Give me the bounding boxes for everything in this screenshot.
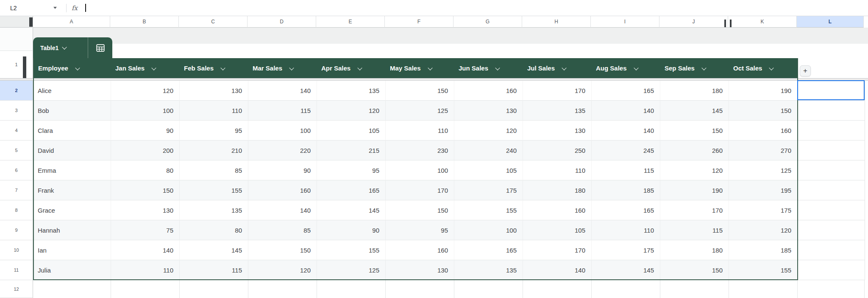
cell-mar-sales[interactable]: 220 [248, 141, 317, 160]
frozen-column-handle[interactable] [29, 17, 33, 27]
cell-aug-sales[interactable]: 165 [592, 200, 660, 220]
cell-L3[interactable] [798, 101, 865, 121]
cell-sep-sales[interactable]: 120 [660, 160, 729, 180]
row-header-5[interactable]: 5 [0, 141, 33, 160]
cell-mar-sales[interactable]: 85 [248, 220, 317, 240]
corner-box[interactable] [0, 16, 33, 28]
cell-jul-sales[interactable]: 140 [523, 260, 592, 280]
cell-L4[interactable] [798, 121, 865, 141]
cell-jun-sales[interactable]: 120 [454, 121, 523, 141]
cell-mar-sales[interactable]: 140 [248, 200, 317, 220]
cell-oct-sales[interactable]: 150 [729, 101, 798, 121]
cell-aug-sales[interactable]: 140 [592, 101, 660, 121]
cell-aug-sales[interactable]: 165 [592, 81, 660, 101]
cell-jan-sales[interactable]: 110 [111, 260, 180, 280]
cell-sep-sales[interactable]: 170 [660, 200, 729, 220]
cell-jul-sales[interactable]: 130 [523, 121, 592, 141]
table-column-header-sep-sales[interactable]: Sep Sales [660, 58, 729, 78]
cell-row12[interactable] [592, 280, 660, 298]
table-column-header-apr-sales[interactable]: Apr Sales [317, 58, 386, 78]
cell-row12[interactable] [523, 280, 592, 298]
cell-jun-sales[interactable]: 240 [454, 141, 523, 160]
cell-feb-sales[interactable]: 80 [180, 220, 248, 240]
cell-employee[interactable]: Hannah [33, 220, 111, 240]
table-column-header-may-sales[interactable]: May Sales [386, 58, 454, 78]
cell-mar-sales[interactable]: 115 [248, 101, 317, 121]
table-name-menu[interactable]: Table1 [33, 37, 88, 58]
table-column-header-oct-sales[interactable]: Oct Sales [729, 58, 798, 78]
table-options-button[interactable] [88, 37, 112, 58]
cell-jul-sales[interactable]: 170 [523, 81, 592, 101]
cell-feb-sales[interactable]: 95 [180, 121, 248, 141]
cell-aug-sales[interactable]: 175 [592, 240, 660, 260]
cell-oct-sales[interactable]: 175 [729, 200, 798, 220]
cell-L10[interactable] [798, 240, 865, 260]
cell-jun-sales[interactable]: 100 [454, 220, 523, 240]
chevron-down-icon[interactable] [769, 65, 774, 70]
cell-L7[interactable] [798, 180, 865, 200]
cell-row12[interactable] [386, 280, 454, 298]
cell-employee[interactable]: Emma [33, 160, 111, 180]
cell-may-sales[interactable]: 170 [386, 180, 454, 200]
cell-apr-sales[interactable]: 215 [317, 141, 386, 160]
chevron-down-icon[interactable] [75, 65, 80, 70]
cell-aug-sales[interactable]: 110 [592, 220, 660, 240]
cell-feb-sales[interactable]: 155 [180, 180, 248, 200]
cell-row12[interactable] [317, 280, 386, 298]
column-header-L[interactable]: L [797, 16, 864, 28]
cell-oct-sales[interactable]: 195 [729, 180, 798, 200]
row-header-4[interactable]: 4 [0, 121, 33, 141]
cell-jun-sales[interactable]: 135 [454, 260, 523, 280]
cell-jan-sales[interactable]: 80 [111, 160, 180, 180]
cell-jan-sales[interactable]: 100 [111, 101, 180, 121]
table-column-header-aug-sales[interactable]: Aug Sales [592, 58, 660, 78]
row-header-3[interactable]: 3 [0, 101, 33, 121]
cell-may-sales[interactable]: 150 [386, 81, 454, 101]
cell-row12[interactable] [729, 280, 798, 298]
row-header-12[interactable]: 12 [0, 280, 33, 298]
cell-aug-sales[interactable]: 115 [592, 160, 660, 180]
column-header-K[interactable]: K [728, 16, 797, 28]
cell-jan-sales[interactable]: 130 [111, 200, 180, 220]
chevron-down-icon[interactable] [495, 65, 500, 70]
table-column-header-jun-sales[interactable]: Jun Sales [454, 58, 523, 78]
frozen-row-handle[interactable] [23, 56, 26, 78]
cell-jun-sales[interactable]: 160 [454, 81, 523, 101]
cell-oct-sales[interactable]: 270 [729, 141, 798, 160]
column-header-I[interactable]: I [591, 16, 659, 28]
cell-may-sales[interactable]: 100 [386, 160, 454, 180]
cell-row12[interactable] [660, 280, 729, 298]
table-column-header-jul-sales[interactable]: Jul Sales [523, 58, 592, 78]
row-header-2[interactable]: 2 [0, 81, 33, 101]
cell-apr-sales[interactable]: 165 [317, 180, 386, 200]
cell-feb-sales[interactable]: 115 [180, 260, 248, 280]
column-header-B[interactable]: B [110, 16, 179, 28]
name-box-dropdown-icon[interactable] [53, 7, 57, 9]
cell-may-sales[interactable]: 95 [386, 220, 454, 240]
cell-mar-sales[interactable]: 140 [248, 81, 317, 101]
cell-feb-sales[interactable]: 210 [180, 141, 248, 160]
cell-jun-sales[interactable]: 105 [454, 160, 523, 180]
cell-feb-sales[interactable]: 145 [180, 240, 248, 260]
cell-sep-sales[interactable]: 190 [660, 180, 729, 200]
cell-mar-sales[interactable]: 150 [248, 240, 317, 260]
cell-employee[interactable]: Frank [33, 180, 111, 200]
cell-L9[interactable] [798, 220, 865, 240]
cell-employee[interactable]: Julia [33, 260, 111, 280]
column-header-G[interactable]: G [453, 16, 522, 28]
cell-employee[interactable]: Grace [33, 200, 111, 220]
cell-aug-sales[interactable]: 145 [592, 260, 660, 280]
cell-may-sales[interactable]: 230 [386, 141, 454, 160]
cell-may-sales[interactable]: 150 [386, 200, 454, 220]
cell-oct-sales[interactable]: 155 [729, 260, 798, 280]
cell-L8[interactable] [798, 200, 865, 220]
table-column-header-mar-sales[interactable]: Mar Sales [248, 58, 317, 78]
cell-may-sales[interactable]: 130 [386, 260, 454, 280]
row-header-7[interactable]: 7 [0, 180, 33, 200]
cell-L2[interactable] [798, 81, 865, 101]
cell-mar-sales[interactable]: 90 [248, 160, 317, 180]
cell-aug-sales[interactable]: 140 [592, 121, 660, 141]
cell-sep-sales[interactable]: 150 [660, 121, 729, 141]
add-column-button[interactable]: + [800, 65, 811, 76]
cell-apr-sales[interactable]: 145 [317, 200, 386, 220]
